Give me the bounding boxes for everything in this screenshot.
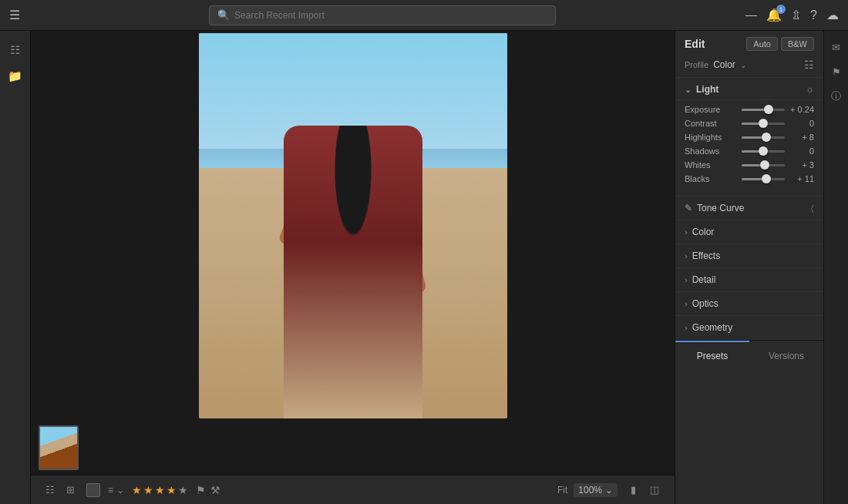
search-icon: 🔍 <box>217 9 230 21</box>
auto-button[interactable]: Auto <box>746 37 778 51</box>
main-layout: ☷ 📁 <box>0 31 848 504</box>
filmstrip-thumbnail[interactable] <box>39 425 79 470</box>
detail-section-label: Detail <box>692 274 716 285</box>
zoom-control[interactable]: 100% ⌄ <box>574 483 617 497</box>
right-icon-strip: ✉ ⚑ ⓘ <box>823 31 848 504</box>
grid-view-icon[interactable]: ☷ <box>4 39 27 62</box>
zoom-chevron-icon: ⌄ <box>605 485 613 496</box>
bottombar-right: Fit 100% ⌄ ▮ ◫ <box>557 481 664 499</box>
help-icon[interactable]: ? <box>810 8 817 22</box>
view-icons: ☷ ⊞ <box>42 482 79 499</box>
profile-grid-icon[interactable]: ☷ <box>804 59 814 71</box>
shadows-slider[interactable] <box>742 150 785 153</box>
geometry-section-label: Geometry <box>692 322 733 333</box>
notification-badge: 1 <box>776 5 786 14</box>
color-swatch[interactable] <box>86 483 100 497</box>
edit-panel: Edit Auto B&W Profile Color ⌄ ☷ ⌄ Light … <box>675 31 823 504</box>
star-rating[interactable]: ★ ★ ★ ★ ★ <box>132 484 188 496</box>
cloud-icon[interactable]: ☁ <box>826 8 839 22</box>
light-section-header[interactable]: ⌄ Light ☼ <box>675 78 823 100</box>
highlights-value: + 8 <box>789 133 814 142</box>
sidebar-toggle-icon[interactable]: ☰ <box>9 8 20 22</box>
shadows-value: 0 <box>789 146 814 156</box>
topbar-right: ⸻ 🔔 1 ⇫ ? ☁ <box>745 8 839 22</box>
grid-icon[interactable]: ☷ <box>42 482 59 499</box>
star-5[interactable]: ★ <box>178 484 188 496</box>
filmstrip <box>31 421 675 475</box>
presets-tab[interactable]: Presets <box>675 341 749 369</box>
bottombar: ☷ ⊞ ≡ ⌄ ★ ★ ★ ★ ★ ⚑ ⚒ Fit 100% <box>31 475 675 504</box>
folders-icon[interactable]: 📁 <box>4 65 27 88</box>
filter-icon[interactable]: ⸻ <box>745 8 757 22</box>
split-view-btn[interactable]: ◫ <box>645 481 664 499</box>
view-toggle: ▮ ◫ <box>624 481 664 499</box>
optics-section-label: Optics <box>692 298 718 309</box>
flag-icons: ⚑ ⚒ <box>196 484 220 496</box>
versions-tab[interactable]: Versions <box>749 341 823 369</box>
collapsed-sections: ›Color›Effects›Detail›Optics›Geometry <box>675 220 823 340</box>
light-section-icon: ☼ <box>806 84 814 95</box>
star-1[interactable]: ★ <box>132 484 142 496</box>
search-box[interactable]: 🔍 <box>209 5 556 25</box>
detail-icon[interactable]: ⊞ <box>62 482 79 499</box>
slider-row-shadows: Shadows0 <box>685 146 814 156</box>
shadows-label: Shadows <box>685 146 737 156</box>
fit-label: Fit <box>557 485 567 496</box>
effects-chevron-icon: › <box>685 251 688 260</box>
light-sliders: Exposure+ 0.24Contrast0Highlights+ 8Shad… <box>675 100 823 197</box>
profile-chevron-icon[interactable]: ⌄ <box>740 61 746 69</box>
contrast-label: Contrast <box>685 119 737 128</box>
profile-row: Profile Color ⌄ ☷ <box>675 55 823 78</box>
edit-header: Edit Auto B&W <box>675 31 823 55</box>
exposure-value: + 0.24 <box>789 105 814 114</box>
topbar: ☰ 🔍 ⸻ 🔔 1 ⇫ ? ☁ <box>0 0 848 31</box>
effects-section-label: Effects <box>692 250 720 261</box>
slider-row-highlights: Highlights+ 8 <box>685 133 814 142</box>
blacks-value: + 11 <box>789 174 814 183</box>
info-icon[interactable]: ⓘ <box>826 86 846 106</box>
section-color[interactable]: ›Color <box>675 220 823 244</box>
section-effects[interactable]: ›Effects <box>675 244 823 268</box>
share-icon[interactable]: ⇫ <box>791 8 801 22</box>
blacks-label: Blacks <box>685 174 737 183</box>
search-input[interactable] <box>234 10 547 21</box>
sort-lines-icon: ≡ <box>108 485 113 496</box>
main-photo <box>199 33 507 418</box>
slider-row-exposure: Exposure+ 0.24 <box>685 105 814 114</box>
highlights-slider[interactable] <box>742 136 785 139</box>
comment-icon[interactable]: ✉ <box>826 37 846 57</box>
section-optics[interactable]: ›Optics <box>675 292 823 316</box>
image-area: ☷ ⊞ ≡ ⌄ ★ ★ ★ ★ ★ ⚑ ⚒ Fit 100% <box>31 31 675 504</box>
topbar-left: ☰ <box>9 8 20 22</box>
exposure-label: Exposure <box>685 105 737 114</box>
star-3[interactable]: ★ <box>155 484 165 496</box>
sort-control[interactable]: ≡ ⌄ <box>108 485 124 496</box>
contrast-slider[interactable] <box>742 123 785 125</box>
color-chevron-icon: › <box>685 227 688 237</box>
left-strip: ☷ 📁 <box>0 31 31 504</box>
slider-row-contrast: Contrast0 <box>685 119 814 128</box>
blacks-slider[interactable] <box>742 178 785 180</box>
edit-title: Edit <box>685 38 705 50</box>
tag-icon[interactable]: ⚑ <box>826 62 846 82</box>
star-2[interactable]: ★ <box>143 484 153 496</box>
bw-button[interactable]: B&W <box>781 37 814 51</box>
exposure-slider[interactable] <box>742 109 785 111</box>
color-section-label: Color <box>692 227 715 237</box>
bell-icon[interactable]: 🔔 1 <box>766 8 782 22</box>
single-view-btn[interactable]: ▮ <box>624 481 642 499</box>
detail-chevron-icon: › <box>685 275 688 284</box>
whites-slider[interactable] <box>742 164 785 166</box>
flag-icon[interactable]: ⚑ <box>196 484 206 496</box>
geometry-chevron-icon: › <box>685 323 688 332</box>
flag-outline-icon[interactable]: ⚒ <box>210 484 220 496</box>
light-section-title: Light <box>696 84 806 95</box>
slider-row-blacks: Blacks+ 11 <box>685 174 814 183</box>
tone-curve-chevron: 〈 <box>811 203 814 213</box>
whites-label: Whites <box>685 160 737 170</box>
section-geometry[interactable]: ›Geometry <box>675 316 823 340</box>
profile-value: Color <box>713 59 735 70</box>
section-detail[interactable]: ›Detail <box>675 268 823 292</box>
star-4[interactable]: ★ <box>167 484 177 496</box>
tone-curve-row[interactable]: ✎ Tone Curve 〈 <box>675 197 823 220</box>
